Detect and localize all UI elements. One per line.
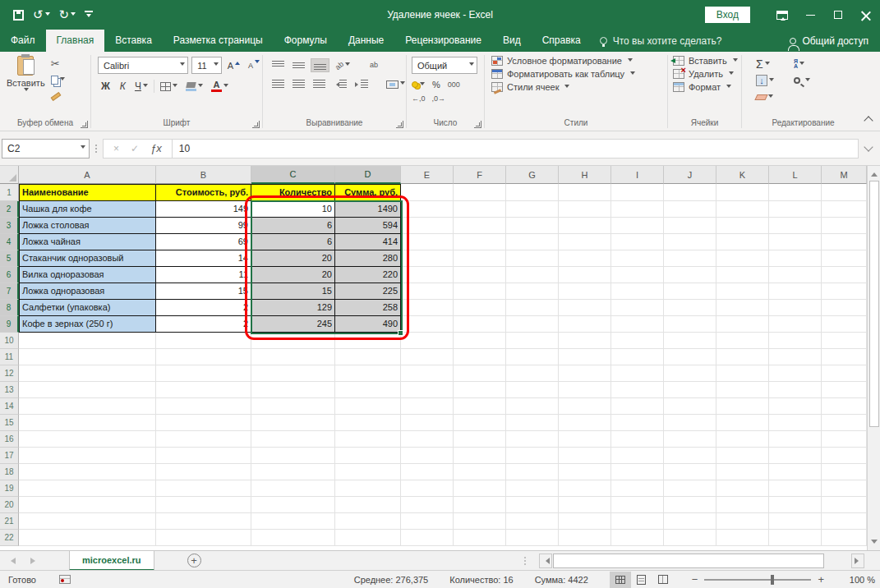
minimize-button[interactable]	[796, 0, 824, 30]
cell-K10[interactable]	[716, 333, 769, 349]
cell-M2[interactable]	[822, 201, 867, 218]
cell-B11[interactable]	[156, 349, 251, 365]
cell-E10[interactable]	[401, 333, 454, 349]
formula-bar-splitter[interactable]	[94, 145, 98, 153]
cell-C2[interactable]: 10	[251, 201, 335, 218]
cell-K22[interactable]	[716, 530, 769, 546]
cell-J10[interactable]	[664, 333, 716, 349]
cell-I13[interactable]	[611, 382, 664, 398]
zoom-slider-thumb[interactable]	[771, 575, 774, 585]
cell-A9[interactable]: Кофе в зернах (250 г)	[19, 316, 156, 333]
cell-M5[interactable]	[822, 250, 867, 267]
cell-L6[interactable]	[769, 267, 822, 283]
cell-M1[interactable]	[822, 184, 867, 201]
cell-G12[interactable]	[506, 365, 559, 382]
cell-A3[interactable]: Ложка столовая	[19, 218, 156, 234]
cell-I6[interactable]	[611, 267, 664, 283]
cell-I20[interactable]	[611, 497, 664, 513]
cell-G20[interactable]	[506, 497, 559, 513]
cell-C8[interactable]: 129	[251, 300, 335, 316]
italic-button[interactable]: К	[117, 80, 129, 93]
row-header-15[interactable]: 15	[0, 415, 19, 431]
column-header-G[interactable]: G	[506, 166, 559, 184]
row-header-17[interactable]: 17	[0, 448, 19, 464]
column-header-A[interactable]: A	[19, 166, 156, 184]
tab-home[interactable]: Главная	[46, 30, 105, 52]
cell-I4[interactable]	[611, 234, 664, 250]
cell-G4[interactable]	[506, 234, 559, 250]
cell-E18[interactable]	[401, 464, 454, 480]
cell-F15[interactable]	[454, 415, 506, 431]
sheet-tab-active[interactable]: microexcel.ru	[69, 551, 154, 571]
cell-B7[interactable]: 15	[156, 283, 251, 300]
cell-I17[interactable]	[611, 448, 664, 464]
cell-H18[interactable]	[559, 464, 611, 480]
dialog-launcher-alignment[interactable]	[396, 121, 403, 128]
cell-K11[interactable]	[716, 349, 769, 365]
row-header-12[interactable]: 12	[0, 365, 19, 382]
sheet-nav-left-button[interactable]	[7, 558, 16, 564]
cell-E22[interactable]	[401, 530, 454, 546]
cell-C15[interactable]	[251, 415, 335, 431]
cell-F4[interactable]	[454, 234, 506, 250]
cell-D3[interactable]: 594	[335, 218, 401, 234]
paste-button[interactable]: Вставить	[7, 56, 45, 94]
cell-H10[interactable]	[559, 333, 611, 349]
cell-I19[interactable]	[611, 480, 664, 497]
cell-C11[interactable]	[251, 349, 335, 365]
cell-A15[interactable]	[19, 415, 156, 431]
collapse-ribbon-button[interactable]	[864, 116, 873, 125]
row-header-19[interactable]: 19	[0, 480, 19, 497]
cell-M18[interactable]	[822, 464, 867, 480]
font-color-button[interactable]: А	[209, 80, 231, 94]
customize-qat-button[interactable]	[85, 11, 93, 20]
column-header-B[interactable]: B	[156, 166, 251, 184]
cell-G22[interactable]	[506, 530, 559, 546]
cell-G16[interactable]	[506, 431, 559, 448]
select-all-button[interactable]	[0, 166, 19, 184]
cell-A22[interactable]	[19, 530, 156, 546]
tell-me-box[interactable]: Что вы хотите сделать?	[600, 30, 722, 52]
row-header-4[interactable]: 4	[0, 234, 19, 250]
cell-B5[interactable]: 14	[156, 250, 251, 267]
close-button[interactable]	[852, 0, 880, 30]
cell-C6[interactable]: 20	[251, 267, 335, 283]
cell-I22[interactable]	[611, 530, 664, 546]
redo-button[interactable]: ↻	[59, 7, 76, 22]
vertical-scroll-thumb[interactable]	[869, 181, 879, 427]
cell-G5[interactable]	[506, 250, 559, 267]
cell-G1[interactable]	[506, 184, 559, 201]
tab-formulas[interactable]: Формулы	[274, 30, 338, 52]
cell-B8[interactable]: 2	[156, 300, 251, 316]
cell-A6[interactable]: Вилка одноразовая	[19, 267, 156, 283]
cell-F10[interactable]	[454, 333, 506, 349]
decrease-indent-button[interactable]	[331, 78, 349, 90]
cell-B3[interactable]: 99	[156, 218, 251, 234]
cell-E21[interactable]	[401, 513, 454, 530]
cell-L7[interactable]	[769, 283, 822, 300]
cell-M22[interactable]	[822, 530, 867, 546]
cell-K4[interactable]	[716, 234, 769, 250]
scroll-down-button[interactable]	[868, 536, 880, 550]
row-header-13[interactable]: 13	[0, 382, 19, 398]
cell-B21[interactable]	[156, 513, 251, 530]
vertical-scrollbar[interactable]	[867, 166, 880, 550]
cell-I3[interactable]	[611, 218, 664, 234]
cell-L10[interactable]	[769, 333, 822, 349]
tab-insert[interactable]: Вставка	[104, 30, 163, 52]
cell-A12[interactable]	[19, 365, 156, 382]
row-header-14[interactable]: 14	[0, 398, 19, 415]
align-top-button[interactable]	[270, 59, 287, 71]
cell-H15[interactable]	[559, 415, 611, 431]
cell-styles-button[interactable]: Стили ячеек	[488, 80, 573, 94]
cell-L8[interactable]	[769, 300, 822, 316]
format-painter-button[interactable]	[48, 90, 67, 97]
cell-A18[interactable]	[19, 464, 156, 480]
expand-formula-bar-button[interactable]	[864, 142, 873, 151]
cell-G7[interactable]	[506, 283, 559, 300]
cell-F19[interactable]	[454, 480, 506, 497]
cell-J6[interactable]	[664, 267, 716, 283]
cell-L3[interactable]	[769, 218, 822, 234]
cell-L5[interactable]	[769, 250, 822, 267]
cell-H12[interactable]	[559, 365, 611, 382]
